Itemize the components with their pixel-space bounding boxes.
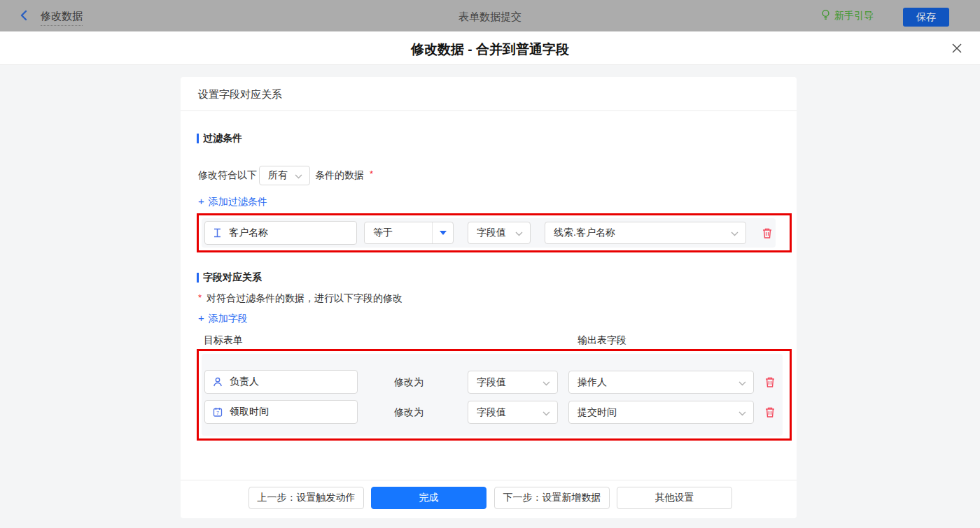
close-icon[interactable] xyxy=(951,43,962,57)
calendar-icon: 7 xyxy=(213,407,223,417)
delete-filter-icon[interactable] xyxy=(762,227,773,242)
add-filter-link[interactable]: +添加过滤条件 xyxy=(198,195,267,208)
chevron-down-icon xyxy=(542,407,550,418)
mapping-value-select[interactable]: 操作人 xyxy=(568,371,754,394)
required-mark: * xyxy=(198,292,202,303)
chevron-down-icon xyxy=(515,227,523,238)
delete-mapping-icon[interactable] xyxy=(764,406,776,421)
topbar: 修改数据 表单数据提交 新手引导 保存 xyxy=(0,0,980,31)
modal-header: 修改数据 - 合并到普通字段 xyxy=(0,31,980,65)
chevron-down-icon xyxy=(542,377,550,388)
value-type-select[interactable]: 字段值 xyxy=(468,222,531,244)
action-label: 修改为 xyxy=(394,406,424,419)
filter-section-title: 过滤条件 xyxy=(197,132,242,145)
mapping-value-select[interactable]: 提交时间 xyxy=(568,401,754,424)
other-settings-button[interactable]: 其他设置 xyxy=(617,487,732,509)
mapping-field-input[interactable]: 负责人 xyxy=(204,370,358,394)
section-bar xyxy=(197,273,199,283)
operator-select[interactable]: 等于 xyxy=(364,222,454,244)
mapping-section-title: 字段对应关系 xyxy=(197,271,262,284)
add-field-link[interactable]: +添加字段 xyxy=(198,312,248,325)
svg-text:7: 7 xyxy=(216,411,219,415)
condition-match-select[interactable]: 所有 xyxy=(259,166,310,185)
chevron-down-icon xyxy=(738,407,746,418)
mapping-field-input[interactable]: 7 领取时间 xyxy=(204,400,358,424)
divider xyxy=(181,480,797,480)
text-field-icon xyxy=(213,228,222,238)
mapping-value-type-select[interactable]: 字段值 xyxy=(468,371,558,394)
chevron-down-icon xyxy=(738,377,746,388)
filter-field-input[interactable]: 客户名称 xyxy=(204,221,357,245)
caret-down-icon[interactable] xyxy=(432,222,453,243)
mapping-note: 对符合过滤条件的数据，进行以下字段的修改 xyxy=(206,292,402,305)
section-bar xyxy=(197,134,199,143)
next-step-button[interactable]: 下一步：设置新增数据 xyxy=(494,487,610,509)
chevron-down-icon xyxy=(295,170,302,181)
settings-card: 设置字段对应关系 过滤条件 修改符合以下 所有 条件的数据 * +添加过滤条件 … xyxy=(181,77,797,518)
bulb-icon xyxy=(820,9,831,22)
column-target-form: 目标表单 xyxy=(204,334,243,347)
required-mark: * xyxy=(370,169,373,179)
divider xyxy=(181,110,797,111)
action-label: 修改为 xyxy=(394,376,424,389)
mapping-value-type-select[interactable]: 字段值 xyxy=(468,401,558,424)
guide-label: 新手引导 xyxy=(834,10,874,22)
person-icon xyxy=(213,377,223,387)
filter-value-select[interactable]: 线索.客户名称 xyxy=(545,222,746,244)
save-button[interactable]: 保存 xyxy=(903,8,949,27)
guide-link[interactable]: 新手引导 xyxy=(820,9,874,22)
finish-button[interactable]: 完成 xyxy=(371,487,486,509)
column-output-field: 输出表字段 xyxy=(578,334,626,347)
condition-prefix: 修改符合以下 xyxy=(198,169,257,182)
prev-step-button[interactable]: 上一步：设置触发动作 xyxy=(248,487,364,509)
page: 修改数据 表单数据提交 新手引导 保存 修改数据 - 合并到普通字段 设置字段对… xyxy=(0,0,980,528)
filter-field-value: 客户名称 xyxy=(229,227,268,239)
chevron-down-icon xyxy=(731,227,738,238)
card-header: 设置字段对应关系 xyxy=(198,88,282,101)
condition-suffix: 条件的数据 xyxy=(315,169,364,182)
delete-mapping-icon[interactable] xyxy=(764,376,776,391)
modal-title: 修改数据 - 合并到普通字段 xyxy=(0,41,980,59)
